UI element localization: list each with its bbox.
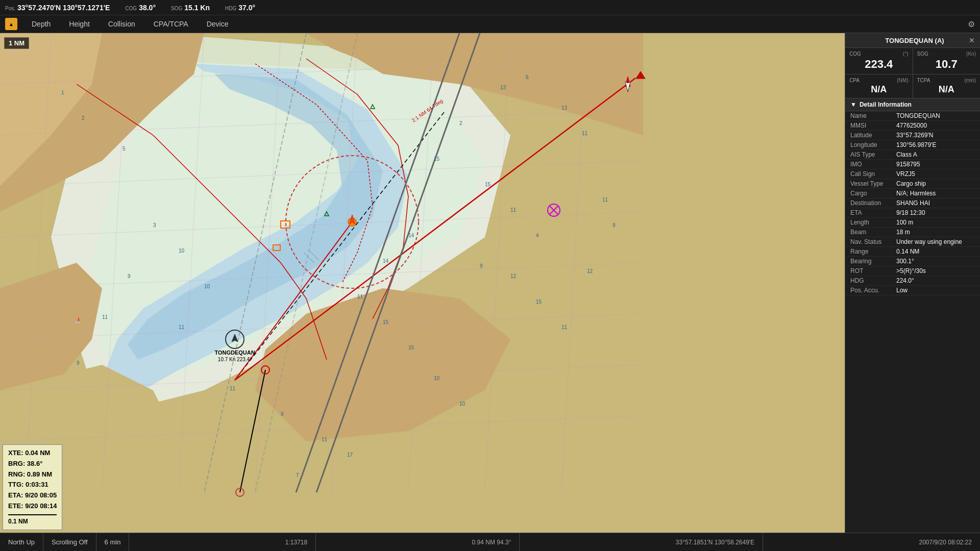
tcpa-metric-value: N/A: [917, 84, 976, 95]
panel-title: TONGDEQUAN (A): [861, 37, 969, 44]
detail-val: VRZJ5: [896, 170, 975, 178]
detail-val: 9/18 12:30: [896, 209, 975, 216]
cpa-metric-label: CPA (NM): [849, 78, 909, 83]
detail-val: >5(R)°/30s: [896, 267, 975, 274]
detail-row: AIS TypeClass A: [845, 150, 980, 160]
svg-text:15: 15: [536, 299, 542, 305]
map-area[interactable]: 1 NM XTE: 0.04 NM BRG: 38.6° RNG: 0.89 N…: [0, 33, 845, 533]
right-panel: TONGDEQUAN (A) ✕ COG (°) 223.4 SOG (Kn) …: [845, 33, 980, 533]
detail-key: Latitude: [850, 132, 896, 139]
svg-text:12: 12: [510, 273, 517, 279]
svg-text:15: 15: [434, 156, 440, 162]
top-status-bar: Pos. 33°57.2470'N 130°57.1271'E COG 38.0…: [0, 0, 980, 15]
nav-depth[interactable]: Depth: [28, 18, 55, 30]
detail-row: Pos. Accu.Low: [845, 286, 980, 295]
panel-close-button[interactable]: ✕: [969, 36, 975, 44]
detail-row: ETA9/18 12:30: [845, 208, 980, 218]
sog-label: SOG: [171, 6, 182, 11]
svg-text:9: 9: [128, 273, 131, 279]
detail-key: Bearing: [850, 258, 896, 265]
pos-value: 33°57.2470'N 130°57.1271'E: [17, 4, 110, 12]
svg-text:9: 9: [77, 360, 80, 366]
detail-key: HDG: [850, 277, 896, 284]
detail-row: Longitude130°56.9879'E: [845, 140, 980, 150]
detail-row: Length100 m: [845, 218, 980, 228]
svg-text:15: 15: [383, 319, 389, 325]
position-stat: Pos. 33°57.2470'N 130°57.1271'E: [5, 4, 110, 12]
bearing-status: 0.94 NM 94.3°: [464, 533, 520, 551]
detail-key: Beam: [850, 229, 896, 236]
detail-section: ▼ Detail Information NameTONGDEQUANMMSI4…: [845, 98, 980, 533]
cpa-tcpa-row: CPA (NM) N/A TCPA (min) N/A: [845, 74, 980, 98]
svg-text:TONGDEQUAN: TONGDEQUAN: [214, 349, 255, 356]
sog-metric-label: SOG (Kn): [917, 51, 976, 57]
svg-text:11: 11: [602, 197, 608, 203]
nav-height[interactable]: Height: [65, 18, 93, 30]
detail-row: Range0.14 NM: [845, 247, 980, 257]
scrolling-button[interactable]: Scrolling Off: [43, 533, 96, 551]
svg-text:4: 4: [536, 233, 539, 238]
settings-icon[interactable]: ⚙: [968, 19, 975, 29]
detail-val: 300.1°: [896, 258, 975, 265]
detail-val: Under way using engine: [896, 238, 975, 245]
ttg-value: TTG: 0:03:31: [8, 480, 57, 490]
detail-row: MMSI477625000: [845, 121, 980, 131]
svg-text:14: 14: [383, 258, 389, 264]
detail-val: Cargo ship: [896, 180, 975, 187]
sog-stat: SOG 15.1 Kn: [171, 4, 210, 12]
svg-text:⛵: ⛵: [74, 316, 81, 323]
svg-text:10: 10: [434, 375, 440, 381]
svg-text:11: 11: [179, 324, 185, 330]
nav-info-overlay: XTE: 0.04 NM BRG: 38.6° RNG: 0.89 NM TTG…: [3, 444, 62, 530]
detail-key: IMO: [850, 161, 896, 168]
app-logo[interactable]: ▲: [5, 18, 17, 30]
scale-status: 1:13718: [277, 533, 316, 551]
detail-val: N/A; Harmless: [896, 190, 975, 197]
detail-header: ▼ Detail Information: [845, 98, 980, 111]
sog-box: SOG (Kn) 10.7: [913, 48, 981, 74]
detail-key: Length: [850, 219, 896, 226]
detail-val: 224.0°: [896, 277, 975, 284]
nav-collision[interactable]: Collision: [104, 18, 139, 30]
detail-val: Low: [896, 287, 975, 294]
detail-key: Name: [850, 112, 896, 119]
detail-val: 33°57.3269'N: [896, 132, 975, 139]
svg-text:6: 6: [526, 74, 529, 80]
svg-text:9: 9: [281, 411, 284, 417]
detail-rows: NameTONGDEQUANMMSI477625000Latitude33°57…: [845, 111, 980, 295]
detail-row: DestinationSHANG HAI: [845, 198, 980, 208]
north-up-button[interactable]: North Up: [0, 533, 43, 551]
nav-device[interactable]: Device: [203, 18, 233, 30]
svg-text:11: 11: [322, 437, 328, 442]
hdg-stat: HDG 37.0°: [225, 4, 255, 12]
detail-val: 477625000: [896, 122, 975, 129]
detail-key: MMSI: [850, 122, 896, 129]
svg-text:12: 12: [587, 268, 593, 274]
zoom-button[interactable]: 6 min: [96, 533, 130, 551]
svg-text:3: 3: [153, 222, 156, 228]
main-content: 1 NM XTE: 0.04 NM BRG: 38.6° RNG: 0.89 N…: [0, 33, 980, 533]
detail-val: 9158795: [896, 161, 975, 168]
svg-text:11: 11: [582, 131, 588, 136]
detail-val: 130°56.9879'E: [896, 141, 975, 148]
map-svg[interactable]: TONGDEQUAN 10.7 Kn 223.4°: [0, 33, 845, 533]
nav-cpa-tcpa[interactable]: CPA/TCPA: [150, 18, 192, 30]
svg-text:17: 17: [347, 452, 353, 458]
detail-val: 18 m: [896, 229, 975, 236]
cog-value: 38.0°: [139, 4, 156, 12]
rng-value: RNG: 0.89 NM: [8, 469, 57, 480]
detail-row: Latitude33°57.3269'N: [845, 131, 980, 140]
detail-val: SHANG HAI: [896, 199, 975, 207]
detail-key: ETA: [850, 209, 896, 216]
detail-val: TONGDEQUAN: [896, 112, 975, 119]
cpa-box: CPA (NM) N/A: [845, 74, 913, 98]
ete-value: ETE: 9/20 08:14: [8, 501, 57, 512]
datetime-status: 2007/9/20 08:02:22: [911, 533, 980, 551]
detail-val: 0.14 NM: [896, 248, 975, 255]
svg-text:10.7 Kn 223.4°: 10.7 Kn 223.4°: [218, 357, 252, 362]
detail-row: ROT>5(R)°/30s: [845, 266, 980, 276]
detail-expand-icon[interactable]: ▼: [850, 101, 856, 108]
svg-text:15: 15: [408, 345, 414, 350]
svg-text:11: 11: [230, 386, 236, 391]
svg-text:11: 11: [561, 324, 568, 330]
